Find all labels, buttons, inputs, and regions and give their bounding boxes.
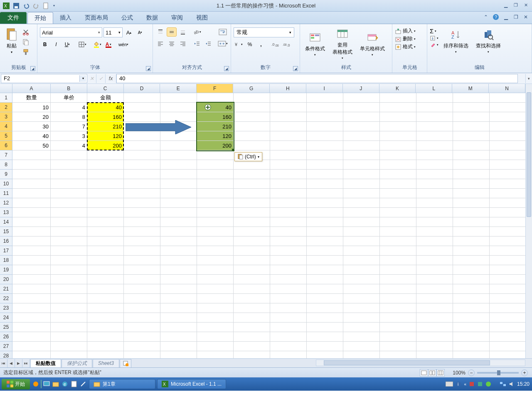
cell-H19[interactable] [270,265,307,275]
tray-keyboard-icon[interactable] [446,382,453,387]
cell-H28[interactable] [270,351,307,358]
row-header-27[interactable]: 27 [0,342,12,351]
cell-C24[interactable] [87,313,124,323]
cell-F18[interactable] [197,256,234,265]
cell-A20[interactable] [12,275,51,284]
zoom-level[interactable]: 100% [453,370,466,376]
cell-C16[interactable] [87,236,124,246]
cell-L5[interactable] [416,131,453,141]
cell-J15[interactable] [343,227,380,236]
bold-button[interactable]: B [40,40,50,49]
row-header-3[interactable]: 3 [0,112,12,122]
cell-E7[interactable] [160,150,197,160]
tray-icon-3[interactable] [469,381,475,387]
cell-N22[interactable] [490,294,526,303]
cell-E13[interactable] [160,208,197,217]
cell-K17[interactable] [380,246,416,256]
cell-M23[interactable] [453,303,490,313]
cell-C13[interactable] [87,208,124,217]
cell-E19[interactable] [160,265,197,275]
cut-icon[interactable] [21,27,31,37]
cell-I26[interactable] [307,332,343,342]
cell-L7[interactable] [416,150,453,160]
col-header-E[interactable]: E [160,84,197,93]
cell-M27[interactable] [453,342,490,351]
cell-F6[interactable]: 200 [197,141,234,150]
cell-J7[interactable] [343,150,380,160]
cell-H6[interactable] [270,141,307,150]
row-header-8[interactable]: 8 [0,160,12,170]
cell-G12[interactable] [234,198,270,208]
cell-L14[interactable] [416,217,453,227]
tab-formulas[interactable]: 公式 [115,12,140,24]
cell-L15[interactable] [416,227,453,236]
cell-M2[interactable] [453,103,490,112]
cell-H2[interactable] [270,103,307,112]
cell-D27[interactable] [124,342,160,351]
cell-A24[interactable] [12,313,51,323]
cell-A11[interactable] [12,189,51,198]
cell-N5[interactable] [490,131,526,141]
cell-B21[interactable] [51,284,87,294]
row-header-28[interactable]: 28 [0,351,12,358]
cell-I17[interactable] [307,246,343,256]
cell-E24[interactable] [160,313,197,323]
cell-E17[interactable] [160,246,197,256]
cell-J5[interactable] [343,131,380,141]
cell-B25[interactable] [51,323,87,332]
cell-M20[interactable] [453,275,490,284]
sheet-tab-3[interactable]: Sheet3 [93,359,119,367]
cell-L3[interactable] [416,112,453,122]
cell-I28[interactable] [307,351,343,358]
align-right-icon[interactable] [178,39,188,48]
cell-N26[interactable] [490,332,526,342]
cell-C8[interactable] [87,160,124,170]
tray-icon-5[interactable] [485,381,491,387]
cell-I1[interactable] [307,93,343,103]
cell-K7[interactable] [380,150,416,160]
cell-I5[interactable] [307,131,343,141]
cell-H27[interactable] [270,342,307,351]
col-header-D[interactable]: D [124,84,160,93]
cell-H9[interactable] [270,170,307,179]
font-color-button[interactable]: A▾ [103,40,113,49]
ql-icon-1[interactable] [32,380,40,388]
alignment-dialog-launcher[interactable]: ◢ [224,66,229,71]
cell-I9[interactable] [307,170,343,179]
cell-L17[interactable] [416,246,453,256]
cell-F11[interactable] [197,189,234,198]
cell-B20[interactable] [51,275,87,284]
cell-I11[interactable] [307,189,343,198]
row-header-19[interactable]: 19 [0,265,12,275]
cell-J13[interactable] [343,208,380,217]
cell-I3[interactable] [307,112,343,122]
cell-C18[interactable] [87,256,124,265]
percent-format-icon[interactable]: % [245,40,255,49]
cell-F25[interactable] [197,323,234,332]
cells-area[interactable]: 数量单价金额1044040208160160307210210403120120… [12,93,525,358]
cell-H3[interactable] [270,112,307,122]
cell-C12[interactable] [87,198,124,208]
vertical-scrollbar[interactable] [525,84,532,358]
cell-G16[interactable] [234,236,270,246]
cell-F8[interactable] [197,160,234,170]
cell-M18[interactable] [453,256,490,265]
cell-E22[interactable] [160,294,197,303]
cell-I16[interactable] [307,236,343,246]
cell-F27[interactable] [197,342,234,351]
ql-ie-icon[interactable]: e [61,380,69,388]
ql-desktop-icon[interactable] [42,380,51,388]
cell-K6[interactable] [380,141,416,150]
cell-M11[interactable] [453,189,490,198]
cell-N8[interactable] [490,160,526,170]
cell-J8[interactable] [343,160,380,170]
tab-pagelayout[interactable]: 页面布局 [78,12,115,24]
cell-C20[interactable] [87,275,124,284]
cell-F24[interactable] [197,313,234,323]
cell-E11[interactable] [160,189,197,198]
cell-F1[interactable] [197,93,234,103]
row-header-7[interactable]: 7 [0,150,12,160]
cell-J27[interactable] [343,342,380,351]
cell-K1[interactable] [380,93,416,103]
save-icon[interactable] [12,1,21,10]
